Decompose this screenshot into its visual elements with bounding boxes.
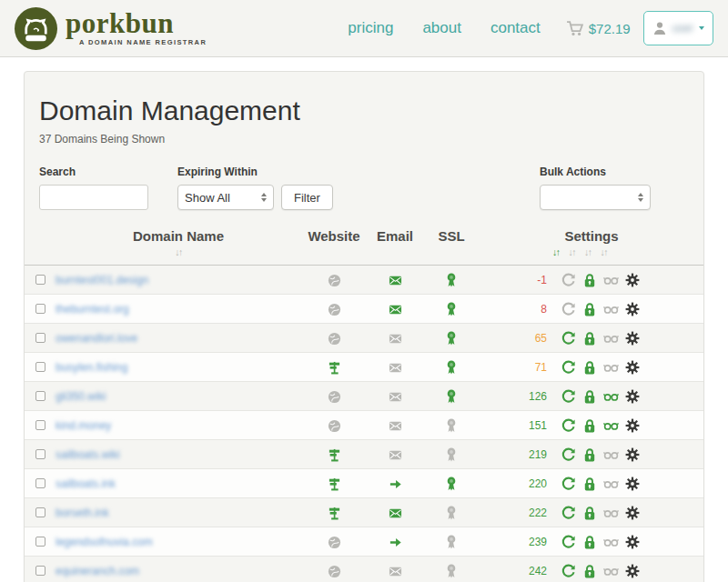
ssl-status-icon[interactable] — [423, 272, 480, 288]
email-status-icon[interactable] — [367, 505, 423, 521]
ssl-status-icon[interactable] — [423, 534, 480, 550]
renew-icon[interactable] — [561, 389, 576, 404]
filter-button[interactable]: Filter — [281, 185, 333, 210]
lock-icon[interactable] — [582, 535, 597, 549]
row-checkbox[interactable] — [35, 507, 46, 517]
whois-privacy-icon[interactable] — [603, 272, 619, 287]
expiring-within-select[interactable]: Show All — [177, 185, 274, 210]
website-status-icon[interactable] — [301, 476, 367, 492]
domain-link[interactable]: burntest001.design — [56, 274, 301, 286]
domain-link[interactable]: theburntest.org — [56, 303, 301, 316]
gear-settings-icon[interactable] — [625, 477, 640, 491]
gear-settings-icon[interactable] — [625, 418, 640, 433]
domain-link[interactable]: owenandlori.love — [56, 332, 301, 345]
gear-settings-icon[interactable] — [625, 564, 640, 578]
website-status-icon[interactable] — [301, 534, 367, 550]
website-status-icon[interactable] — [301, 272, 367, 288]
email-status-icon[interactable] — [367, 563, 423, 579]
ssl-status-icon[interactable] — [423, 505, 480, 521]
lock-icon[interactable] — [582, 477, 597, 491]
website-status-icon[interactable] — [301, 388, 367, 405]
cart[interactable]: $72.19 — [566, 20, 631, 36]
ssl-status-icon[interactable] — [423, 330, 480, 346]
whois-privacy-icon[interactable] — [603, 534, 619, 549]
search-input[interactable] — [39, 185, 148, 210]
renew-icon[interactable] — [561, 506, 576, 520]
website-status-icon[interactable] — [301, 505, 367, 521]
ssl-status-icon[interactable] — [423, 388, 480, 405]
sort-arrows-domain-icon[interactable]: ↓↑ — [56, 246, 301, 257]
domain-link[interactable]: equineranch.com — [56, 565, 301, 577]
row-checkbox[interactable] — [35, 537, 46, 547]
website-status-icon[interactable] — [301, 330, 367, 346]
email-status-icon[interactable] — [367, 272, 423, 288]
gear-settings-icon[interactable] — [625, 360, 640, 375]
whois-privacy-icon[interactable] — [603, 359, 619, 375]
lock-icon[interactable] — [582, 506, 597, 520]
renew-icon[interactable] — [561, 331, 576, 346]
website-status-icon[interactable] — [301, 301, 367, 317]
email-status-icon[interactable] — [367, 447, 423, 463]
row-checkbox[interactable] — [35, 275, 46, 285]
email-status-icon[interactable] — [367, 476, 423, 492]
settings-sort-pair-1[interactable]: ↓↑ — [569, 246, 576, 257]
domain-link[interactable]: borseth.ink — [56, 507, 301, 519]
domain-link[interactable]: sailboats.wiki — [56, 448, 301, 461]
gear-settings-icon[interactable] — [625, 535, 640, 549]
whois-privacy-icon[interactable] — [603, 301, 619, 316]
lock-icon[interactable] — [582, 331, 597, 346]
gear-settings-icon[interactable] — [625, 506, 640, 520]
email-status-icon[interactable] — [367, 534, 423, 550]
email-status-icon[interactable] — [367, 417, 423, 434]
renew-icon[interactable] — [561, 273, 576, 287]
email-status-icon[interactable] — [367, 359, 423, 376]
email-status-icon[interactable] — [367, 388, 423, 405]
lock-icon[interactable] — [582, 273, 597, 287]
lock-icon[interactable] — [582, 447, 597, 462]
whois-privacy-icon[interactable] — [603, 330, 619, 346]
renew-icon[interactable] — [561, 564, 576, 578]
whois-privacy-icon[interactable] — [603, 563, 619, 578]
website-status-icon[interactable] — [301, 417, 367, 434]
domain-link[interactable]: busylen.fishing — [56, 361, 301, 374]
whois-privacy-icon[interactable] — [603, 417, 619, 433]
settings-sort-pair-3[interactable]: ↓↑ — [601, 246, 608, 257]
ssl-status-icon[interactable] — [423, 447, 480, 463]
settings-sort-pair-2[interactable]: ↓↑ — [584, 246, 592, 257]
lock-icon[interactable] — [582, 302, 597, 316]
lock-icon[interactable] — [582, 389, 597, 404]
settings-sort-pair-0[interactable]: ↓↑ — [552, 246, 560, 257]
gear-settings-icon[interactable] — [625, 447, 640, 462]
porkbun-logo[interactable]: porkbun A DOMAIN NAME REGISTRAR — [15, 7, 207, 50]
ssl-status-icon[interactable] — [423, 417, 480, 434]
nav-about[interactable]: about — [422, 19, 461, 37]
website-status-icon[interactable] — [301, 563, 367, 579]
email-status-icon[interactable] — [367, 330, 423, 346]
ssl-status-icon[interactable] — [423, 476, 480, 492]
website-status-icon[interactable] — [301, 359, 367, 376]
ssl-status-icon[interactable] — [423, 563, 480, 579]
ssl-status-icon[interactable] — [423, 359, 480, 376]
gear-settings-icon[interactable] — [625, 331, 640, 346]
domain-link[interactable]: sailboats.ink — [56, 477, 301, 490]
whois-privacy-icon[interactable] — [603, 447, 619, 462]
row-checkbox[interactable] — [35, 391, 46, 401]
nav-pricing[interactable]: pricing — [348, 19, 393, 37]
account-menu-button[interactable]: user — [643, 11, 713, 45]
row-checkbox[interactable] — [35, 449, 46, 459]
website-status-icon[interactable] — [301, 447, 367, 463]
row-checkbox[interactable] — [35, 566, 46, 576]
renew-icon[interactable] — [561, 302, 576, 316]
lock-icon[interactable] — [582, 360, 597, 375]
lock-icon[interactable] — [582, 564, 597, 578]
email-status-icon[interactable] — [367, 301, 423, 317]
renew-icon[interactable] — [561, 447, 576, 462]
column-header-domain-name[interactable]: Domain Name — [56, 228, 301, 244]
domain-link[interactable]: legendsofnuvia.com — [56, 536, 301, 548]
whois-privacy-icon[interactable] — [603, 476, 619, 491]
renew-icon[interactable] — [561, 535, 576, 549]
ssl-status-icon[interactable] — [423, 301, 480, 317]
row-checkbox[interactable] — [35, 333, 46, 343]
row-checkbox[interactable] — [35, 304, 46, 314]
domain-link[interactable]: gli350.wiki — [56, 390, 301, 403]
